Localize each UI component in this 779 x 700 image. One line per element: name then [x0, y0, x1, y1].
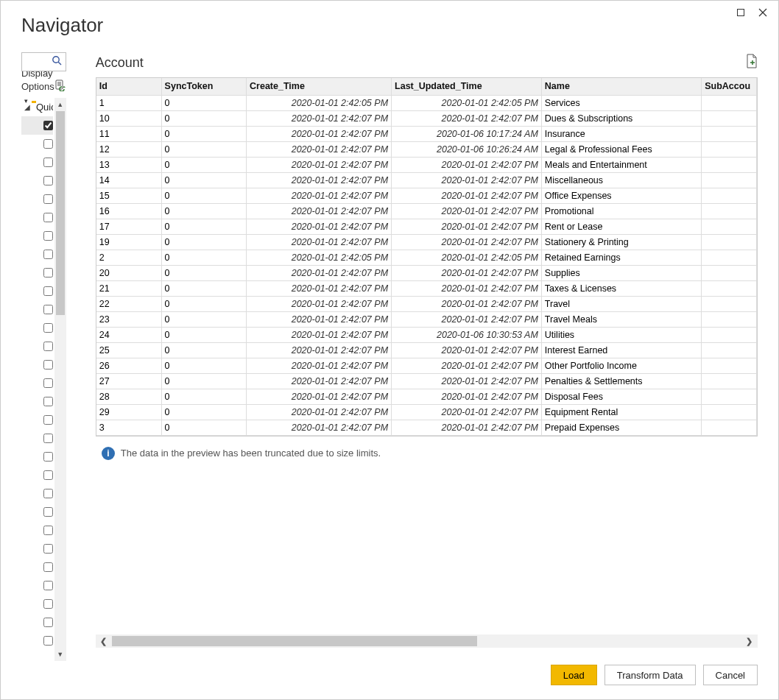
column-header[interactable]: SubAccou [702, 78, 757, 95]
scroll-track[interactable] [54, 111, 66, 648]
table-row[interactable]: 2902020-01-01 2:42:07 PM2020-01-01 2:42:… [96, 404, 757, 420]
tree-scrollbar[interactable]: ▲ ▼ [54, 98, 66, 661]
tree-item[interactable]: Budget_Detail [21, 356, 53, 374]
h-scroll-track[interactable] [112, 634, 741, 648]
table-row[interactable]: 1402020-01-01 2:42:07 PM2020-01-01 2:42:… [96, 172, 757, 188]
tree-item-checkbox[interactable] [43, 158, 53, 167]
table-row[interactable]: 1702020-01-01 2:42:07 PM2020-01-01 2:42:… [96, 219, 757, 234]
table-row[interactable]: 202020-01-01 2:42:05 PM2020-01-01 2:42:0… [96, 250, 757, 265]
table-row[interactable]: 2202020-01-01 2:42:07 PM2020-01-01 2:42:… [96, 296, 757, 311]
scroll-down-icon[interactable]: ▼ [54, 648, 66, 661]
tree-item-checkbox[interactable] [43, 544, 53, 554]
tree-item-checkbox[interactable] [43, 323, 53, 333]
h-scroll-thumb[interactable] [112, 636, 477, 646]
tree-item-checkbox[interactable] [43, 213, 53, 222]
tree-item-checkbox[interactable] [43, 305, 53, 314]
tree-item[interactable]: Attachable_AttachableRef [21, 153, 53, 172]
tree-item-checkbox[interactable] [43, 562, 53, 572]
table-row[interactable]: 1202020-01-01 2:42:07 PM2020-01-06 10:26… [96, 141, 757, 157]
tree-item-checkbox[interactable] [43, 618, 53, 627]
data-grid[interactable]: IdSyncTokenCreate_TimeLast_Updated_TimeN… [96, 77, 758, 436]
tree-item-checkbox[interactable] [43, 194, 53, 204]
tree-item-checkbox[interactable] [43, 121, 53, 130]
table-row[interactable]: 1902020-01-01 2:42:07 PM2020-01-01 2:42:… [96, 234, 757, 250]
tree-item[interactable]: CreditMemo_TxnTaxDetail_TaxLine [21, 613, 53, 632]
tree-item-checkbox[interactable] [43, 599, 53, 609]
tree-item-checkbox[interactable] [43, 415, 53, 425]
tree-item-checkbox[interactable] [43, 360, 53, 370]
table-row[interactable]: 302020-01-01 2:42:07 PM2020-01-01 2:42:0… [96, 420, 757, 435]
tree-item-checkbox[interactable] [43, 397, 53, 406]
tree-item-checkbox[interactable] [43, 250, 53, 259]
tree-item[interactable]: CreditMemo_Subtotal_Line [21, 595, 53, 613]
tree-item-checkbox[interactable] [43, 286, 53, 296]
tree-item[interactable]: CompanyCurrency_CustomField [21, 429, 53, 448]
table-row[interactable]: 1102020-01-01 2:42:07 PM2020-01-06 10:17… [96, 126, 757, 141]
load-button[interactable]: Load [551, 665, 597, 685]
table-row[interactable]: 102020-01-01 2:42:05 PM2020-01-01 2:42:0… [96, 95, 757, 110]
table-row[interactable]: 2502020-01-01 2:42:07 PM2020-01-01 2:42:… [96, 342, 757, 358]
tree-item[interactable]: Bill_Payment [21, 264, 53, 282]
tree-item[interactable]: BillPayment_Line [21, 300, 53, 319]
tree-item[interactable]: CreditMemo_Discount_Line [21, 521, 53, 540]
tree-item[interactable]: Company_Info [21, 411, 53, 429]
table-row[interactable]: 2602020-01-01 2:42:07 PM2020-01-01 2:42:… [96, 358, 757, 373]
table-row[interactable]: 2302020-01-01 2:42:07 PM2020-01-01 2:42:… [96, 311, 757, 327]
tree-item-checkbox[interactable] [43, 507, 53, 517]
tree-item[interactable]: Credit_Memo [21, 466, 53, 484]
column-header[interactable]: Name [541, 78, 701, 95]
column-header[interactable]: SyncToken [161, 78, 246, 95]
transform-data-button[interactable]: Transform Data [604, 665, 696, 685]
tree-item-checkbox[interactable] [43, 636, 53, 646]
tree-item[interactable]: Attachable [21, 135, 53, 153]
tree-item-checkbox[interactable] [43, 342, 53, 351]
tree-item[interactable]: CreditMemo_Description_Line [21, 503, 53, 521]
tree-item[interactable]: Customer [21, 632, 53, 650]
tree-item-checkbox[interactable] [43, 176, 53, 185]
maximize-button[interactable] [730, 4, 752, 21]
tree-item-checkbox[interactable] [43, 378, 53, 388]
tree-item[interactable]: Attachable_AttachableRef_CustomField [21, 172, 53, 190]
column-header[interactable]: Create_Time [247, 78, 392, 95]
table-row[interactable]: 1002020-01-01 2:42:07 PM2020-01-01 2:42:… [96, 110, 757, 126]
tree-root-item[interactable]: ◢QuickBooks Online [113] [21, 98, 53, 116]
tree-item-checkbox[interactable] [43, 489, 53, 498]
close-button[interactable] [752, 4, 774, 21]
tree-item[interactable]: CreditMemo_Group_Individual_Item_Li... [21, 540, 53, 558]
tree-item[interactable]: Account [21, 116, 53, 135]
refresh-icon[interactable] [54, 79, 66, 93]
tree-item-checkbox[interactable] [43, 581, 53, 590]
tree-item-checkbox[interactable] [43, 470, 53, 480]
tree-item[interactable]: Class [21, 374, 53, 392]
search-icon[interactable] [52, 55, 62, 68]
table-row[interactable]: 1302020-01-01 2:42:07 PM2020-01-01 2:42:… [96, 157, 757, 172]
collapse-icon[interactable]: ◢ [24, 103, 30, 111]
tree-item[interactable]: Bill_Account_Based_Expense_Line [21, 208, 53, 227]
tree-item[interactable]: Company_Currency [21, 392, 53, 411]
grid-horizontal-scrollbar[interactable]: ❮ ❯ [96, 634, 758, 648]
tree-item-checkbox[interactable] [43, 452, 53, 462]
tree-item-checkbox[interactable] [43, 139, 53, 149]
scroll-up-icon[interactable]: ▲ [54, 98, 66, 111]
table-row[interactable]: 2102020-01-01 2:42:07 PM2020-01-01 2:42:… [96, 280, 757, 296]
table-row[interactable]: 2002020-01-01 2:42:07 PM2020-01-01 2:42:… [96, 265, 757, 280]
tree-item-checkbox[interactable] [43, 268, 53, 277]
column-header[interactable]: Id [96, 78, 161, 95]
tree-item[interactable]: Bill_Item_Based_Expense_Line [21, 227, 53, 245]
tree-item[interactable]: CreditMemo_Sales_Item_Line [21, 576, 53, 595]
scroll-left-icon[interactable]: ❮ [96, 637, 112, 646]
tree-item[interactable]: BillPayment_Line_LinkedTxn [21, 319, 53, 337]
tree-item-checkbox[interactable] [43, 526, 53, 535]
tree-item-checkbox[interactable] [43, 434, 53, 443]
tree-item[interactable]: CreditMemo_CustomField [21, 484, 53, 503]
scroll-right-icon[interactable]: ❯ [741, 637, 758, 646]
table-row[interactable]: 2402020-01-01 2:42:07 PM2020-01-06 10:30… [96, 327, 757, 342]
tree-item[interactable]: CreditMemo_Group_Item_Line [21, 558, 53, 576]
column-header[interactable]: Last_Updated_Time [392, 78, 542, 95]
tree-item[interactable]: Bill_LinkedTxn [21, 245, 53, 264]
table-row[interactable]: 2702020-01-01 2:42:07 PM2020-01-01 2:42:… [96, 373, 757, 389]
page-add-icon[interactable] [746, 54, 758, 71]
table-row[interactable]: 1502020-01-01 2:42:07 PM2020-01-01 2:42:… [96, 188, 757, 203]
tree-item[interactable]: Budget [21, 337, 53, 356]
tree-item[interactable]: Bill [21, 190, 53, 208]
